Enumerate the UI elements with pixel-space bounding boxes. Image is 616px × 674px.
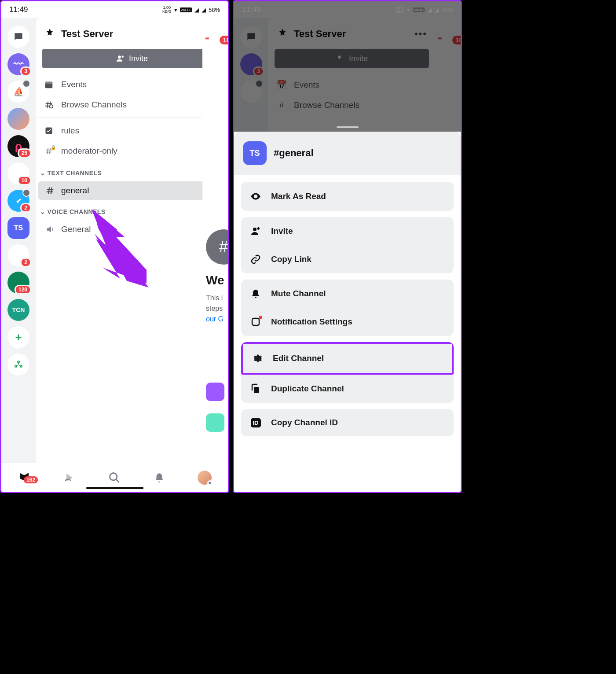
- invite-icon: [116, 54, 125, 63]
- server-item-1[interactable]: 〰 3: [7, 53, 29, 75]
- copy-channel-id-button[interactable]: ID Copy Channel ID: [241, 409, 454, 436]
- mute-channel-button[interactable]: Mute Channel: [241, 280, 454, 308]
- server-item-2[interactable]: ⛵: [7, 81, 29, 103]
- signal-icon-2: ◢: [202, 7, 206, 13]
- rules-icon: [44, 126, 54, 135]
- server-item-tcn[interactable]: TCN: [7, 299, 29, 321]
- server-item-ts[interactable]: TS: [7, 217, 29, 239]
- server-rail: 〰 3 ⛵ ρ 25 10 ✔ 2 TS 2: [1, 18, 36, 463]
- server-item-5[interactable]: 10: [7, 162, 29, 184]
- gear-icon: [252, 353, 263, 364]
- svg-point-6: [50, 105, 53, 108]
- status-time: 11:49: [9, 5, 28, 14]
- svg-point-1: [15, 365, 17, 367]
- id-icon: ID: [250, 418, 261, 427]
- muted-icon: [22, 80, 30, 88]
- voice-channel-general[interactable]: General: [38, 220, 225, 239]
- events-row[interactable]: Events: [36, 74, 228, 95]
- copy-icon: [250, 383, 261, 394]
- duplicate-channel-button[interactable]: Duplicate Channel: [241, 375, 454, 403]
- battery-text: 58%: [209, 7, 220, 13]
- signal-icon: ◢: [194, 7, 199, 13]
- link-icon: [250, 254, 261, 265]
- server-item-4[interactable]: ρ 25: [7, 135, 29, 157]
- svg-point-3: [118, 55, 121, 59]
- notification-icon: [250, 317, 261, 327]
- screenshot-left: 11:49 1.00KB/S ▾ VoLTE ◢ ◢ 58% 〰 3 ⛵: [0, 0, 229, 493]
- sheet-grabber[interactable]: [337, 126, 359, 128]
- category-text-channels[interactable]: ⌄ TEXT CHANNELS +: [36, 161, 228, 181]
- chevron-down-icon: ⌄: [40, 208, 46, 215]
- dm-button[interactable]: [7, 26, 29, 48]
- add-server-button[interactable]: +: [7, 326, 29, 348]
- invite-button[interactable]: Invite: [42, 49, 222, 68]
- copy-link-button[interactable]: Copy Link: [241, 245, 454, 273]
- svg-rect-5: [45, 82, 53, 84]
- nav-profile[interactable]: [198, 471, 212, 485]
- invite-button[interactable]: Invite: [241, 217, 454, 245]
- status-bar: 11:49 16.0KB/S ▾VoLTE ◢◢ 58%: [234, 1, 461, 18]
- mark-as-read-button[interactable]: Mark As Read: [241, 182, 454, 211]
- modal-backdrop[interactable]: [234, 1, 461, 132]
- channel-welcome-icon: #: [206, 229, 228, 265]
- svg-point-2: [20, 365, 22, 367]
- volte-icon: VoLTE: [180, 7, 192, 12]
- wifi-icon: ▾: [174, 7, 177, 13]
- svg-point-12: [253, 228, 257, 231]
- svg-rect-13: [252, 318, 259, 325]
- nav-friends[interactable]: [63, 471, 76, 484]
- nav-notifications[interactable]: [154, 472, 165, 483]
- channel-context-sheet: TS #general Mark As Read Invite Copy Lin…: [234, 132, 461, 492]
- hash-icon: [45, 186, 55, 195]
- svg-rect-14: [254, 387, 259, 393]
- server-item-3[interactable]: [7, 108, 29, 130]
- nav-home[interactable]: 162: [18, 471, 31, 484]
- svg-point-10: [110, 473, 117, 480]
- channel-general[interactable]: general: [38, 181, 225, 200]
- server-avatar: TS: [243, 141, 267, 165]
- hash-lock-icon: 🔒: [44, 147, 54, 155]
- server-item-6[interactable]: ✔ 2: [7, 190, 29, 212]
- server-item-8[interactable]: 120: [7, 272, 29, 294]
- status-right: 1.00KB/S ▾ VoLTE ◢ ◢ 58%: [162, 6, 220, 14]
- channel-panel: Test Server ••• Invite Events Browse Cha…: [36, 18, 228, 463]
- invite-icon: [250, 226, 261, 236]
- notification-settings-button[interactable]: Notification Settings: [241, 308, 454, 336]
- status-bar: 11:49 1.00KB/S ▾ VoLTE ◢ ◢ 58%: [1, 1, 228, 18]
- eye-icon: [250, 191, 261, 202]
- unread-badge: 162: [220, 36, 228, 44]
- screenshot-right: 11:49 16.0KB/S ▾VoLTE ◢◢ 58% 3 Test Serv…: [233, 0, 462, 493]
- category-voice-channels[interactable]: ⌄ VOICE CHANNELS +: [36, 200, 228, 220]
- svg-point-0: [18, 361, 19, 363]
- channel-moderator[interactable]: 🔒 moderator-only: [36, 141, 228, 161]
- channel-rules[interactable]: rules: [36, 121, 228, 141]
- browse-icon: [44, 100, 54, 110]
- calendar-icon: [44, 80, 54, 89]
- speaker-icon: [45, 225, 55, 234]
- nav-search[interactable]: [108, 471, 121, 484]
- chevron-down-icon: ⌄: [40, 169, 46, 177]
- server-boost-icon: [44, 28, 56, 40]
- home-indicator: [86, 487, 143, 489]
- chat-preview: ≡ 162 # We This i steps our G: [202, 18, 228, 463]
- browse-channels-row[interactable]: Browse Channels: [36, 95, 228, 115]
- edit-channel-button[interactable]: Edit Channel: [241, 342, 454, 375]
- server-title[interactable]: Test Server: [61, 28, 202, 40]
- discover-button[interactable]: [7, 354, 29, 376]
- bell-icon: [250, 288, 261, 299]
- server-item-7[interactable]: 2: [7, 244, 29, 266]
- sheet-title: #general: [274, 147, 314, 159]
